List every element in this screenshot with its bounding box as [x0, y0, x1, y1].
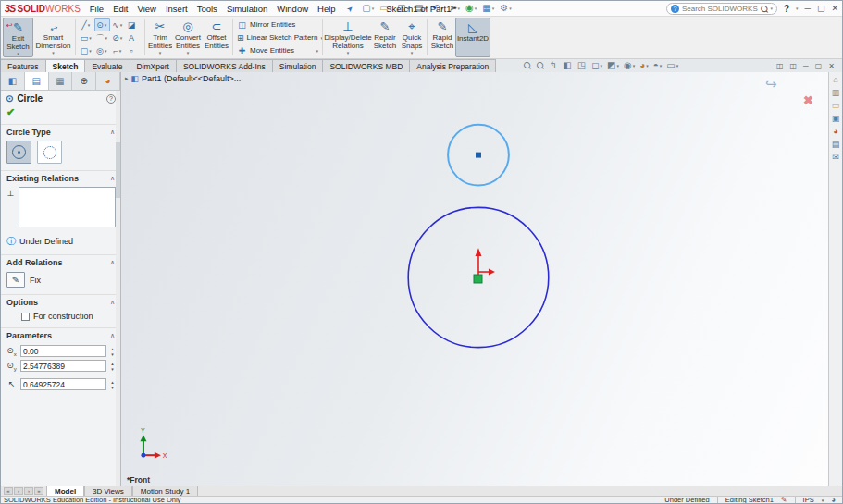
- slot-icon[interactable]: ▢▾: [79, 44, 94, 57]
- sketch-point-top-center[interactable]: [476, 153, 481, 158]
- restore-button[interactable]: ▢: [817, 4, 825, 13]
- dropdown-caret-icon[interactable]: ▾: [492, 6, 495, 11]
- dropdown-caret-icon[interactable]: ▾: [187, 50, 190, 55]
- add-relations-section-header[interactable]: Add Relations ∧: [1, 254, 120, 269]
- displaymanager-tab[interactable]: ◕: [96, 72, 120, 90]
- fillet-icon[interactable]: ⌐▾: [110, 44, 126, 57]
- collapse-chevron-icon[interactable]: ∧: [110, 299, 115, 306]
- section-view-icon[interactable]: ◧: [563, 60, 572, 71]
- document-tab[interactable]: Model: [46, 486, 84, 496]
- dropdown-caret-icon[interactable]: ▾: [347, 50, 350, 55]
- dropdown-caret-icon[interactable]: ▾: [509, 6, 512, 11]
- sketch-canvas[interactable]: Y X: [121, 72, 828, 486]
- dropdown-caret-icon[interactable]: ▾: [390, 6, 392, 11]
- command-tab[interactable]: Sketch: [46, 59, 86, 72]
- undo-icon[interactable]: ↶ ▾: [430, 4, 445, 13]
- radius-field[interactable]: [20, 378, 106, 390]
- dropdown-caret-icon[interactable]: ▾: [425, 6, 428, 11]
- display-delete-relations-button[interactable]: ⊥ Display/Delete Relations ▾: [325, 18, 371, 57]
- dropdown-caret-icon[interactable]: ▾: [407, 6, 410, 11]
- view-settings-icon[interactable]: ▭ ▾: [666, 60, 678, 71]
- command-tab[interactable]: Features: [1, 59, 46, 72]
- collapse-chevron-icon[interactable]: ∧: [110, 332, 115, 339]
- minimize-button[interactable]: ─: [805, 4, 811, 13]
- menu-item[interactable]: Simulation: [227, 4, 267, 14]
- smart-dimension-button[interactable]: ↔ Smart Dimension ▾: [33, 18, 73, 57]
- command-tab[interactable]: SOLIDWORKS MBD: [323, 59, 410, 72]
- close-button[interactable]: ✕: [831, 4, 838, 13]
- units-caret-icon[interactable]: ▾: [822, 498, 824, 503]
- menu-item[interactable]: Insert: [166, 4, 188, 14]
- display-style-icon[interactable]: ◩ ▾: [607, 60, 619, 71]
- command-tab[interactable]: Analysis Preparation: [410, 59, 496, 72]
- search-input[interactable]: [682, 5, 758, 13]
- hide-show-items-icon[interactable]: ◉ ▾: [624, 60, 635, 71]
- dropdown-caret-icon[interactable]: ▾: [475, 6, 477, 11]
- propertymanager-tab[interactable]: ▤: [25, 72, 49, 90]
- menu-item[interactable]: View: [138, 4, 156, 14]
- tree-root-label[interactable]: Part1 (Default<<Default>...: [142, 74, 241, 83]
- rebuild-icon[interactable]: ◉ ▾: [464, 4, 478, 13]
- perimeter-circle-icon[interactable]: ◎▾: [94, 44, 110, 57]
- menu-item[interactable]: Help: [317, 4, 336, 14]
- trim-entities-button[interactable]: ✂ Trim Entities ▾: [147, 18, 173, 57]
- menu-item[interactable]: Edit: [113, 4, 128, 14]
- view-orientation-icon[interactable]: ◻ ▾: [591, 60, 602, 71]
- dropdown-caret-icon[interactable]: ▾: [676, 63, 679, 68]
- dropdown-caret-icon[interactable]: ▾: [646, 63, 649, 68]
- help-caret-icon[interactable]: ▾: [796, 6, 799, 11]
- mirror-entities-button[interactable]: ◫ Mirror Entities: [237, 18, 318, 31]
- line-icon[interactable]: ╱▾: [79, 18, 94, 31]
- dropdown-caret-icon[interactable]: ▾: [89, 35, 93, 41]
- arc-icon[interactable]: ⌒▾: [94, 31, 110, 44]
- dropdown-caret-icon[interactable]: ▾: [105, 35, 109, 41]
- convert-entities-button[interactable]: ◎ Convert Entities ▾: [173, 18, 203, 57]
- edit-appearance-icon[interactable]: ◕ ▾: [639, 60, 649, 71]
- menu-item[interactable]: File: [90, 4, 104, 14]
- panel-scrollbar[interactable]: [116, 91, 120, 486]
- dropdown-caret-icon[interactable]: ▾: [89, 48, 93, 54]
- collapse-chevron-icon[interactable]: ∧: [110, 259, 115, 266]
- pane-split-right-icon[interactable]: ◫: [790, 62, 798, 70]
- flyout-feature-tree[interactable]: ▸ ◧ Part1 (Default<<Default>...: [125, 74, 241, 83]
- design-library-icon[interactable]: ▥: [832, 88, 840, 98]
- center-y-field[interactable]: [20, 360, 106, 372]
- sketch-point-origin-center[interactable]: [474, 275, 482, 283]
- configurationmanager-tab[interactable]: ▦: [49, 72, 73, 90]
- dropdown-caret-icon[interactable]: ▾: [105, 22, 108, 28]
- dropdown-caret-icon[interactable]: ▾: [411, 50, 414, 55]
- dropdown-caret-icon[interactable]: ▾: [600, 63, 602, 68]
- command-tab[interactable]: SOLIDWORKS Add-Ins: [177, 59, 273, 72]
- confirm-exit-sketch-icon[interactable]: ↪: [765, 76, 777, 92]
- offset-entities-button[interactable]: ⊂ Offset Entities: [203, 18, 230, 57]
- dropdown-caret-icon[interactable]: ▾: [105, 48, 108, 54]
- search-caret-icon[interactable]: ▾: [770, 6, 773, 11]
- save-icon[interactable]: ◫ ▾: [395, 4, 411, 13]
- dropdown-caret-icon[interactable]: ▾: [616, 63, 619, 68]
- units-selector[interactable]: IPS: [803, 496, 814, 504]
- point-icon[interactable]: ▫: [126, 44, 142, 57]
- featuremanager-tab[interactable]: ◧: [1, 72, 25, 90]
- open-icon[interactable]: ▭ ▾: [378, 4, 393, 13]
- dropdown-caret-icon[interactable]: ▾: [119, 48, 123, 54]
- dropdown-caret-icon[interactable]: ▾: [660, 63, 663, 68]
- apply-scene-icon[interactable]: ◓ ▾: [653, 60, 663, 71]
- dimxpertmanager-tab[interactable]: ⊕: [72, 72, 96, 90]
- prev-tab-button[interactable]: ‹: [14, 487, 23, 495]
- for-construction-checkbox[interactable]: [21, 313, 30, 321]
- help-button[interactable]: ?: [784, 4, 789, 14]
- dropdown-caret-icon[interactable]: ▾: [159, 50, 162, 55]
- help-search-box[interactable]: ? Ϙ ▾: [666, 3, 777, 15]
- dropdown-caret-icon[interactable]: ▾: [52, 50, 55, 55]
- options-icon[interactable]: ⚙ ▾: [498, 4, 513, 13]
- dropdown-caret-icon[interactable]: ▾: [120, 22, 124, 28]
- last-tab-button[interactable]: »: [34, 487, 43, 495]
- previous-view-icon[interactable]: ↰: [550, 60, 558, 71]
- pin-menu-icon[interactable]: ➤: [344, 3, 354, 13]
- tree-expand-icon[interactable]: ▸: [125, 75, 129, 82]
- rectangle-icon[interactable]: ▭▾: [79, 31, 94, 44]
- zoom-to-fit-icon[interactable]: Ϙ: [524, 60, 532, 71]
- dropdown-caret-icon[interactable]: ▾: [88, 22, 92, 28]
- panel-help-icon[interactable]: ?: [106, 94, 116, 104]
- dropdown-caret-icon[interactable]: ▾: [633, 63, 636, 68]
